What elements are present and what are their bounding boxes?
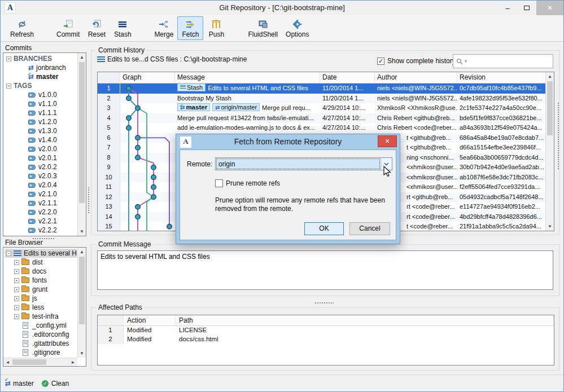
tag-item-v1.4.0[interactable]: v1.4.0: [5, 135, 77, 144]
scroll-up-icon[interactable]: ▲: [78, 248, 86, 256]
expander-icon[interactable]: −: [6, 83, 11, 89]
file-root-item[interactable]: −Edits to several H: [5, 249, 77, 258]
tree-section-tags[interactable]: −TAGS: [5, 81, 77, 90]
history-search[interactable]: ▾: [453, 54, 553, 68]
expander-icon[interactable]: −: [6, 251, 11, 256]
expander-icon[interactable]: +: [14, 278, 19, 283]
tag-item-v1.3.0[interactable]: v1.3.0: [5, 126, 77, 135]
tag-item-v2.2.0[interactable]: v2.2.0: [5, 208, 77, 217]
commit-row[interactable]: 2Bootstrap My Stash11/20/2014 1...niels …: [98, 94, 554, 104]
tag-item-v2.0.3[interactable]: v2.0.3: [5, 171, 77, 180]
commit-row[interactable]: 3⇄✔master⇄origin/masterMerge pull requ..…: [98, 103, 554, 113]
cancel-button[interactable]: Cancel: [349, 222, 390, 235]
affected-path-row[interactable]: 2Modifieddocs/css.html: [98, 335, 554, 344]
tag-item-v1.1.1[interactable]: v1.1.1: [5, 108, 77, 117]
tag-item-v1.0.0[interactable]: v1.0.0: [5, 90, 77, 99]
tag-item-v2.0.4[interactable]: v2.0.4: [5, 180, 77, 190]
search-input[interactable]: [469, 58, 543, 65]
tag-item-v2.0.0[interactable]: v2.0.0: [5, 144, 77, 153]
commit-row[interactable]: 1StashEdits to several HTML and CSS file…: [98, 83, 554, 94]
options-button[interactable]: Options: [282, 16, 313, 40]
file-item-.gitattributes[interactable]: .gitattributes: [5, 339, 77, 348]
folder-item-docs[interactable]: +docs: [5, 267, 77, 276]
reset-button[interactable]: Reset: [84, 16, 110, 40]
file-tree-scrollbar[interactable]: ▲ ▼: [77, 248, 86, 358]
scroll-down-icon[interactable]: ▼: [78, 227, 86, 236]
folder-item-test-infra[interactable]: +test-infra: [5, 312, 77, 321]
column-header-Message[interactable]: Message: [175, 72, 320, 83]
expander-icon[interactable]: +: [14, 314, 19, 319]
expander-icon[interactable]: +: [14, 269, 19, 274]
prune-remote-refs-checkbox[interactable]: [215, 179, 223, 187]
minimize-button[interactable]: –: [498, 1, 517, 15]
show-complete-history-checkbox[interactable]: ✓: [377, 58, 384, 65]
ap-column-header-row-number[interactable]: [98, 315, 124, 325]
expander-icon[interactable]: +: [14, 296, 19, 301]
tag-item-v2.1.0[interactable]: v2.1.0: [5, 190, 77, 199]
expander-icon[interactable]: +: [14, 260, 19, 265]
fetch-button[interactable]: Fetch: [177, 16, 203, 40]
column-header-Date[interactable]: Date: [320, 72, 375, 83]
title-bar[interactable]: A Git Repository - [C:\git-bootstrap-min…: [1, 1, 563, 15]
tag-item-v2.2.1[interactable]: v2.2.1: [5, 217, 77, 226]
fluidshell-button[interactable]: FluidShell: [244, 16, 282, 40]
folder-item-less[interactable]: +less: [5, 303, 77, 312]
history-scrollbar[interactable]: ▲ ▼: [545, 72, 554, 231]
search-dropdown-icon[interactable]: ▾: [465, 59, 467, 64]
commit-row[interactable]: 4Merge pull request #13422 from twbs/ie-…: [98, 113, 554, 124]
commits-tree-scrollbar[interactable]: ▲ ▼: [77, 53, 86, 236]
branch-item-master[interactable]: ⇄✔master: [5, 72, 77, 81]
folder-item-js[interactable]: +js: [5, 294, 77, 303]
scroll-left-icon[interactable]: ◄: [3, 358, 12, 367]
tree-section-branches[interactable]: −BRANCHES: [5, 54, 77, 63]
push-button[interactable]: Push: [203, 16, 229, 40]
ap-column-header-Action[interactable]: Action: [124, 315, 176, 325]
commit-button[interactable]: Commit: [53, 16, 84, 40]
scroll-right-icon[interactable]: ►: [69, 358, 77, 367]
prune-remote-refs-option[interactable]: Prune remote refs: [215, 179, 280, 187]
commit-message-text[interactable]: [97, 250, 553, 290]
file-tree-hscrollbar[interactable]: ◄ ►: [3, 358, 77, 366]
scroll-down-icon[interactable]: ▼: [78, 349, 86, 358]
scroll-up-icon[interactable]: ▲: [546, 72, 554, 81]
sidebar-vertical-splitter[interactable]: [88, 187, 90, 214]
column-header-Graph[interactable]: Graph: [120, 72, 175, 83]
expander-icon[interactable]: −: [6, 56, 11, 61]
folder-item-fonts[interactable]: +fonts: [5, 276, 77, 285]
file-item-_config.yml[interactable]: _config.yml: [5, 321, 77, 330]
close-button[interactable]: ✕: [536, 1, 563, 15]
file-item-.editorconfig[interactable]: .editorconfig: [5, 330, 77, 339]
expander-icon[interactable]: +: [14, 305, 19, 310]
tag-item-v2.2.2[interactable]: v2.2.2: [5, 226, 77, 235]
ok-button[interactable]: OK: [304, 222, 344, 235]
scroll-up-icon[interactable]: ▲: [78, 53, 86, 61]
file-item-.gitignore[interactable]: .gitignore: [5, 348, 77, 357]
tag-item-v2.1.1[interactable]: v2.1.1: [5, 199, 77, 208]
folder-item-dist[interactable]: +dist: [5, 258, 77, 267]
affected-path-row[interactable]: 1ModifiedLICENSE: [98, 326, 554, 335]
tag-item-v1.1.0[interactable]: v1.1.0: [5, 99, 77, 108]
tag-item-v2.0.1[interactable]: v2.0.1: [5, 153, 77, 162]
remote-combobox[interactable]: origin: [215, 157, 392, 170]
commit-message-cell: add ie-emulation-modes-warning.js to doc…: [175, 123, 320, 133]
expander-icon[interactable]: +: [14, 287, 19, 292]
column-header-Author[interactable]: Author: [375, 72, 457, 83]
column-header-row-number[interactable]: [98, 72, 120, 83]
show-complete-history-option[interactable]: ✓ Show complete history: [377, 57, 456, 65]
panel-horizontal-splitter[interactable]: [314, 302, 334, 304]
fetch-dialog-titlebar[interactable]: A Fetch from Remote Repository ✕: [176, 134, 400, 149]
main-vertical-splitter[interactable]: [557, 102, 559, 170]
column-header-Revision[interactable]: Revision: [457, 72, 554, 83]
ap-column-header-Path[interactable]: Path: [176, 315, 554, 325]
tag-item-v1.2.0[interactable]: v1.2.0: [5, 117, 77, 126]
maximize-button[interactable]: [517, 1, 536, 15]
scroll-down-icon[interactable]: ▼: [546, 222, 554, 231]
dialog-close-button[interactable]: ✕: [378, 135, 397, 147]
merge-button[interactable]: Merge: [150, 16, 177, 40]
commit-row[interactable]: 5add ie-emulation-modes-warning.js to do…: [98, 123, 554, 133]
refresh-button[interactable]: Refresh: [6, 16, 38, 40]
folder-item-grunt[interactable]: +grunt: [5, 285, 77, 294]
branch-item-jonbranch[interactable]: ⇄jonbranch: [5, 63, 77, 72]
tag-item-v2.0.2[interactable]: v2.0.2: [5, 162, 77, 171]
stash-button[interactable]: Stash: [110, 16, 135, 40]
